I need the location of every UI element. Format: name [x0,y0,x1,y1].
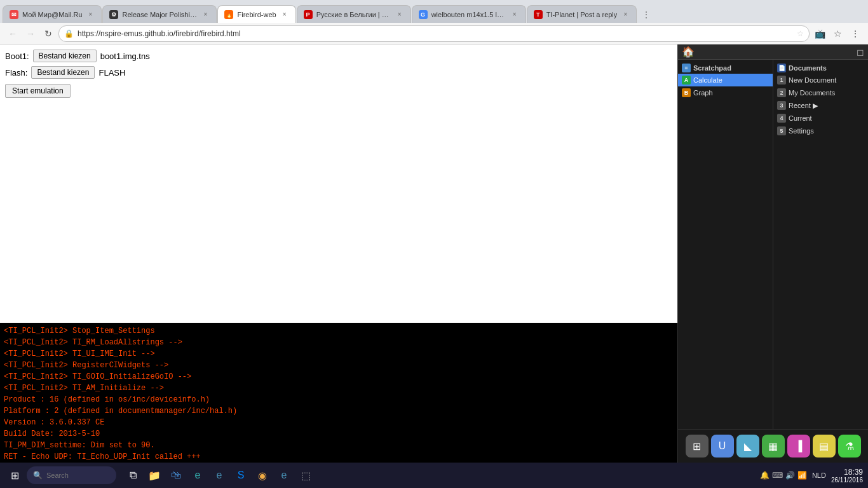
console-line: Product : 16 (defined in os/inc/devicein… [4,394,674,405]
toolbar-right: 📺 ☆ ⋮ [812,26,863,41]
home-icon[interactable]: 🏠 [682,46,695,58]
u-icon[interactable]: U [711,435,734,458]
doc-label: New Document [789,76,836,84]
doc-num: 3 [777,101,786,110]
edge-icon[interactable]: e [189,466,207,484]
ie2-icon[interactable]: e [275,466,293,484]
address-bar: 🔒 ☆ [58,25,810,42]
emulator-left: ≡ Scratchpad ACalculateBGraph [678,60,773,429]
emulator-close-icon[interactable]: ◻ [857,47,864,57]
tab-title-tab-g: wielbouten m14x1.5 ler… [431,11,506,18]
boot1-row: Boot1: Bestand kiezen boot1.img.tns [5,50,672,62]
console-line: <TI_PCL_Init2> Stop_Item_Settings [4,325,674,337]
toolbar: ← → ↻ 🔒 ☆ 📺 ☆ ⋮ [0,23,868,44]
search-icon: 🔍 [33,471,43,480]
store-icon[interactable]: 🛍 [167,466,185,484]
ie-icon[interactable]: e [210,466,228,484]
scratchpad-icon: ≡ [682,64,691,72]
clock-date: 26/11/2016 [831,477,863,484]
boot1-choose-button[interactable]: Bestand kiezen [33,50,97,62]
back-button[interactable]: ← [5,26,20,41]
language-indicator: NLD [812,471,826,479]
chrome-icon[interactable]: ◉ [254,466,271,484]
tab-close-tab-github[interactable]: × [201,10,210,19]
volume-icon[interactable]: 🔊 [785,471,795,480]
doc-num: 2 [777,88,786,97]
task-view-icon[interactable]: ⧉ [124,466,142,484]
console-line: Build Date: 2013-5-10 [4,428,674,440]
flash-choose-button[interactable]: Bestand kiezen [31,66,95,79]
flash-label: Flash: [5,68,27,78]
web-area: Boot1: Bestand kiezen boot1.img.tns Flas… [0,44,677,463]
tab-tab-ti[interactable]: TTI-Planet | Post a reply× [527,5,637,23]
scratchpad-header: ≡ Scratchpad [678,62,773,74]
doc-label: Current [789,114,812,122]
tab-more-button[interactable]: ⋮ [637,6,655,23]
tab-favicon-tab-ru: Р [304,10,313,19]
tab-title-tab-ti: TI-Planet | Post a reply [546,11,618,18]
triangle-icon[interactable]: ◣ [736,435,759,458]
tab-close-tab-g[interactable]: × [510,10,519,19]
menu-button[interactable]: ⋮ [848,26,863,41]
tab-close-tab-ru[interactable]: × [395,10,404,19]
start-menu-button[interactable]: ⊞ [5,466,24,485]
tab-close-tab-mail[interactable]: × [86,10,95,19]
console-line: RET - Echo UDP: TI_Echo_UDP_Init called … [4,451,674,463]
taskbar-search-input[interactable] [46,471,110,479]
doc-item-new-document[interactable]: 1New Document [773,74,868,86]
network-icon[interactable]: 📶 [797,471,807,480]
doc-num: 1 [777,76,786,85]
documents-header: 📄 Documents [773,62,868,74]
item-label-graph: Graph [693,89,713,97]
doc-item-recent-▶[interactable]: 3Recent ▶ [773,99,868,112]
doc-num: 5 [777,126,786,135]
tab-tab-firebird[interactable]: 🔥Firebird-web× [217,5,295,23]
doc-label: Recent ▶ [789,102,818,110]
grid-icon[interactable]: ⊞ [686,435,709,458]
screen-icon[interactable]: ⬚ [297,466,315,484]
science-icon[interactable]: ⚗ [838,435,861,458]
tab-close-tab-ti[interactable]: × [621,10,630,19]
emulator-item-calculate[interactable]: ACalculate [678,74,773,86]
reload-button[interactable]: ↻ [41,26,56,41]
keyboard-icon[interactable]: ⌨ [772,471,783,480]
tab-tab-ru[interactable]: РРусские в Бельгии | Ст…× [297,5,411,23]
tab-bar: ✉Мой Мир@Mail.Ru×⚙Release Major Polishin… [0,0,868,23]
console-line: <TI_PCL_Init2> RegisterCIWidgets --> [4,360,674,371]
console-line: <TI_PCL_Init2> TI_RM_LoadAllstrings --> [4,337,674,348]
taskbar-clock: 18:39 26/11/2016 [831,468,863,484]
skype-icon[interactable]: S [232,466,250,484]
bar-icon[interactable]: ▐ [787,435,810,458]
tab-title-tab-firebird: Firebird-web [237,11,276,18]
cast-button[interactable]: 📺 [812,26,827,41]
table-icon[interactable]: ▦ [762,435,785,458]
scratchpad-label: Scratchpad [693,64,731,72]
tab-favicon-tab-g: G [419,10,428,19]
emulator-item-graph[interactable]: BGraph [678,86,773,99]
doc-item-current[interactable]: 4Current [773,112,868,125]
doc-label: Settings [789,127,814,135]
doc-item-settings[interactable]: 5Settings [773,125,868,137]
doc-item-my-documents[interactable]: 2My Documents [773,86,868,99]
tab-close-tab-firebird[interactable]: × [280,10,289,19]
bookmark-star-button[interactable]: ☆ [830,26,845,41]
tab-favicon-tab-ti: T [534,10,543,19]
doc-label: My Documents [789,89,835,97]
console-line: <TI_PCL_Init2> TI_GOIO_InitializeGoIO --… [4,371,674,383]
taskbar-icons: ⧉📁🛍eeS◉e⬚ [124,466,315,484]
lock-icon: 🔒 [64,29,74,38]
console-line: Platform : 2 (defined in documentmanager… [4,405,674,417]
notes-icon[interactable]: ▤ [813,435,836,458]
explorer-icon[interactable]: 📁 [146,466,163,484]
start-emulation-button[interactable]: Start emulation [5,84,71,98]
forward-button[interactable]: → [23,26,38,41]
tab-title-tab-mail: Мой Мир@Mail.Ru [22,11,82,18]
url-input[interactable] [78,29,793,38]
tab-tab-github[interactable]: ⚙Release Major Polishing× [102,5,217,23]
console-area[interactable]: <TI_PCL_Init2> Stop_Item_Settings<TI_PCL… [0,323,677,463]
tab-tab-mail[interactable]: ✉Мой Мир@Mail.Ru× [3,5,102,23]
tab-tab-g[interactable]: Gwielbouten m14x1.5 ler…× [412,5,526,23]
bookmark-icon[interactable]: ☆ [797,29,804,38]
flash-row: Flash: Bestand kiezen FLASH [5,66,672,79]
notification-icon[interactable]: 🔔 [760,471,770,480]
